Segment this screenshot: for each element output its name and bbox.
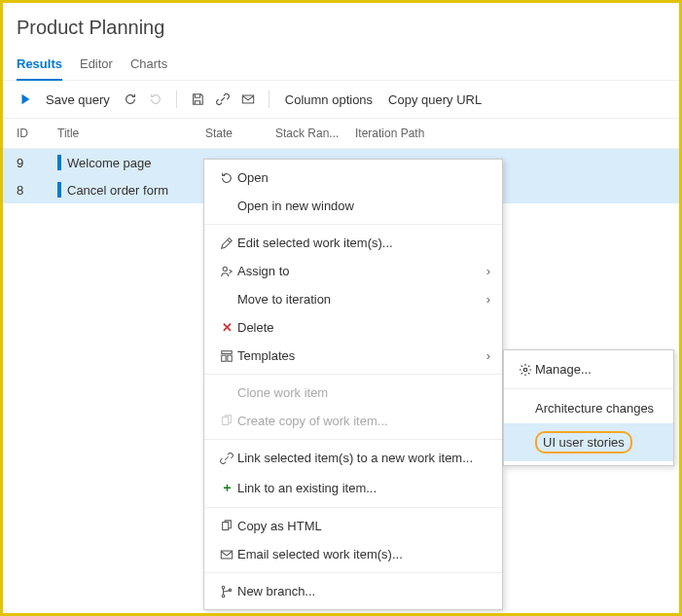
type-bar <box>57 155 61 170</box>
save-query-button[interactable]: Save query <box>42 92 114 107</box>
svg-rect-5 <box>223 417 229 424</box>
menu-label: Templates <box>237 348 486 363</box>
svg-rect-2 <box>222 350 233 353</box>
menu-label: Email selected work item(s)... <box>237 547 490 562</box>
link-icon <box>216 452 237 465</box>
templates-icon <box>216 349 237 363</box>
menu-label: Move to iteration <box>237 292 486 307</box>
submenu-label: Architecture changes <box>535 401 654 416</box>
svg-point-1 <box>223 267 227 271</box>
menu-email[interactable]: Email selected work item(s)... <box>204 540 502 568</box>
copy-icon <box>216 415 237 428</box>
menu-separator <box>504 388 673 389</box>
menu-separator <box>204 439 502 440</box>
email-icon[interactable] <box>239 91 257 108</box>
branch-icon <box>216 585 237 598</box>
context-menu: Open Open in new window Edit selected wo… <box>203 159 503 610</box>
title-text: Cancel order form <box>67 183 168 198</box>
menu-separator <box>204 224 502 225</box>
templates-submenu: Manage... Architecture changes UI user s… <box>503 349 674 466</box>
submenu-label: Manage... <box>535 362 592 377</box>
menu-new-branch[interactable]: New branch... <box>204 577 502 605</box>
toolbar: Save query Column options Copy query URL <box>3 81 679 119</box>
open-icon <box>216 171 237 185</box>
menu-edit-selected[interactable]: Edit selected work item(s)... <box>204 229 502 257</box>
email-icon <box>216 548 237 562</box>
menu-label: New branch... <box>237 584 490 598</box>
menu-label: Open <box>237 170 490 185</box>
col-state[interactable]: State <box>205 127 275 140</box>
menu-clone: Clone work item <box>204 379 502 407</box>
submenu-manage[interactable]: Manage... <box>504 354 673 384</box>
refresh-icon[interactable] <box>122 91 139 108</box>
menu-link-new[interactable]: Link selected item(s) to a new work item… <box>204 444 502 472</box>
menu-separator <box>204 374 502 375</box>
submenu-ui-user-stories[interactable]: UI user stories <box>504 423 673 461</box>
menu-label: Assign to <box>237 264 486 278</box>
copy-query-url-button[interactable]: Copy query URL <box>384 92 485 107</box>
svg-rect-6 <box>223 522 229 529</box>
delete-icon: ✕ <box>216 320 237 335</box>
menu-label: Copy as HTML <box>237 519 490 533</box>
link-icon[interactable] <box>214 91 232 108</box>
tab-editor[interactable]: Editor <box>80 53 113 80</box>
col-iter[interactable]: Iteration Path <box>355 127 665 140</box>
gear-icon <box>516 363 535 377</box>
person-icon <box>216 265 237 278</box>
edit-icon <box>216 236 237 250</box>
copy-icon <box>216 520 237 533</box>
menu-copy-html[interactable]: Copy as HTML <box>204 512 502 540</box>
plus-icon: ＋ <box>216 479 237 496</box>
menu-templates[interactable]: Templates › <box>204 342 502 370</box>
run-query-icon[interactable] <box>17 91 34 108</box>
menu-delete[interactable]: ✕ Delete <box>204 313 502 342</box>
tabs: Results Editor Charts <box>3 47 679 81</box>
undo-icon[interactable] <box>147 91 164 108</box>
menu-label: Open in new window <box>237 199 490 213</box>
col-id[interactable]: ID <box>17 127 57 140</box>
menu-open[interactable]: Open <box>204 163 502 192</box>
col-rank[interactable]: Stack Ran... <box>275 127 355 140</box>
svg-rect-3 <box>222 355 226 361</box>
column-options-button[interactable]: Column options <box>281 92 377 107</box>
menu-label: Delete <box>237 320 490 335</box>
tab-charts[interactable]: Charts <box>130 53 167 80</box>
menu-label: Edit selected work item(s)... <box>237 236 490 250</box>
cell-title: Welcome page <box>57 155 205 170</box>
separator <box>269 91 269 108</box>
svg-rect-4 <box>228 355 232 361</box>
menu-open-new-window[interactable]: Open in new window <box>204 192 502 220</box>
cell-title: Cancel order form <box>57 182 205 198</box>
submenu-label: UI user stories <box>543 435 625 450</box>
chevron-right-icon: › <box>486 348 490 363</box>
highlighted-label: UI user stories <box>535 431 632 453</box>
svg-point-8 <box>222 586 225 589</box>
menu-label: Create copy of work item... <box>237 414 490 428</box>
svg-point-9 <box>222 595 225 598</box>
menu-link-existing[interactable]: ＋ Link to an existing item... <box>204 472 502 503</box>
separator <box>176 91 177 108</box>
cell-id: 9 <box>17 156 57 170</box>
type-bar <box>57 182 61 198</box>
menu-assign-to[interactable]: Assign to › <box>204 257 502 285</box>
chevron-right-icon: › <box>486 264 490 278</box>
cell-id: 8 <box>17 183 57 198</box>
col-title[interactable]: Title <box>57 127 205 140</box>
svg-point-11 <box>523 368 527 372</box>
title-text: Welcome page <box>67 156 151 170</box>
submenu-architecture-changes[interactable]: Architecture changes <box>504 393 673 423</box>
menu-label: Link to an existing item... <box>237 481 490 495</box>
tab-results[interactable]: Results <box>17 53 62 81</box>
menu-move-iteration[interactable]: Move to iteration › <box>204 285 502 313</box>
menu-label: Link selected item(s) to a new work item… <box>237 451 490 465</box>
save-icon[interactable] <box>189 91 206 108</box>
grid-header: ID Title State Stack Ran... Iteration Pa… <box>3 119 679 149</box>
chevron-right-icon: › <box>486 292 490 307</box>
menu-label: Clone work item <box>237 385 490 400</box>
menu-create-copy: Create copy of work item... <box>204 407 502 435</box>
page-title: Product Planning <box>17 17 665 39</box>
menu-separator <box>204 572 502 573</box>
menu-separator <box>204 507 502 508</box>
